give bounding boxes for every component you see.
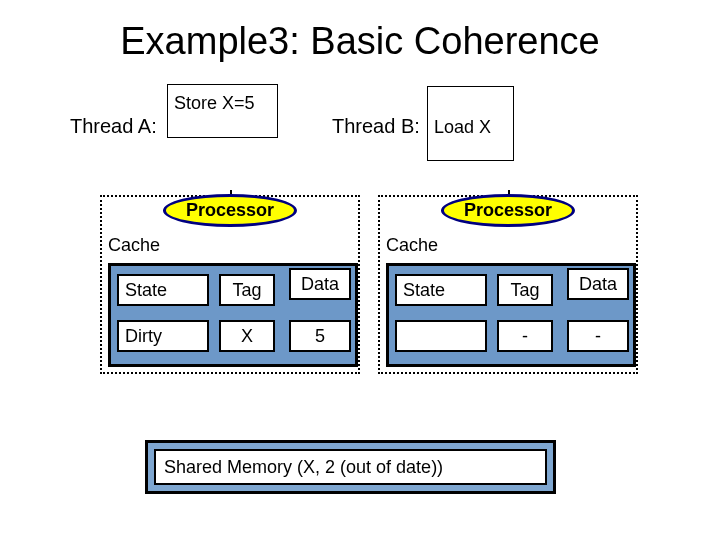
cell-state-a: Dirty — [117, 320, 209, 352]
col-header-state: State — [395, 274, 487, 306]
cell-tag-a: X — [219, 320, 275, 352]
processor-label-b: Processor — [441, 194, 575, 227]
cell-tag-b: - — [497, 320, 553, 352]
col-header-data: Data — [289, 268, 351, 300]
thread-b-label: Thread B: — [332, 115, 420, 138]
cell-state-b — [395, 320, 487, 352]
cache-label-a: Cache — [108, 235, 160, 256]
slide-title: Example3: Basic Coherence — [0, 20, 720, 63]
shared-memory-text: Shared Memory (X, 2 (out of date)) — [154, 449, 547, 485]
col-header-state: State — [117, 274, 209, 306]
thread-a-instruction: Store X=5 — [167, 84, 278, 138]
processor-label-a: Processor — [163, 194, 297, 227]
thread-a-label: Thread A: — [70, 115, 157, 138]
col-header-tag: Tag — [219, 274, 275, 306]
cell-data-a: 5 — [289, 320, 351, 352]
cell-data-b: - — [567, 320, 629, 352]
cache-table-a: State Tag Data Dirty X 5 — [108, 263, 358, 367]
processor-box-b: Processor Cache State Tag Data - - — [378, 195, 638, 374]
processor-box-a: Processor Cache State Tag Data Dirty X 5 — [100, 195, 360, 374]
col-header-data: Data — [567, 268, 629, 300]
cache-table-b: State Tag Data - - — [386, 263, 636, 367]
col-header-tag: Tag — [497, 274, 553, 306]
thread-b-instruction: Load X — [427, 86, 514, 161]
cache-label-b: Cache — [386, 235, 438, 256]
shared-memory-box: Shared Memory (X, 2 (out of date)) — [145, 440, 556, 494]
